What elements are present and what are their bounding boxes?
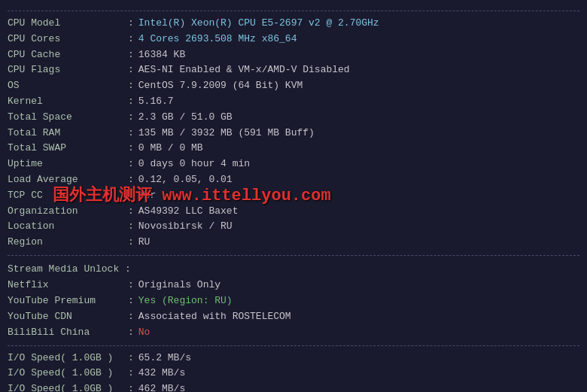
- cpu-model-label: CPU Model: [8, 16, 128, 32]
- netflix-label: Netflix: [8, 278, 128, 293]
- io3-row: I/O Speed( 1.0GB ) : 462 MB/s: [8, 381, 579, 392]
- uptime-label: Uptime: [8, 156, 128, 172]
- youtubecdn-value: Associated with ROSTELECOM: [138, 309, 291, 325]
- io1-label: I/O Speed( 1.0GB ): [8, 351, 128, 366]
- os-label: OS: [8, 78, 128, 94]
- cpu-model-row: CPU Model : Intel(R) Xeon(R) CPU E5-2697…: [8, 16, 579, 32]
- totalram-label: Total RAM: [8, 126, 128, 141]
- io2-label: I/O Speed( 1.0GB ): [8, 366, 128, 381]
- loadavg-label: Load Average: [8, 172, 128, 188]
- os-row: OS : CentOS 7.9.2009 (64 Bit) KVM: [8, 78, 579, 94]
- tcpcc-row: TCP CC : bbr: [8, 188, 579, 204]
- region-row: Region : RU: [8, 235, 579, 251]
- cpu-cache-row: CPU Cache : 16384 KB: [8, 47, 579, 63]
- io3-label: I/O Speed( 1.0GB ): [8, 381, 128, 392]
- cpu-cache-value: 16384 KB: [138, 47, 185, 63]
- cpu-flags-row: CPU Flags : AES-NI Enabled & VM-x/AMD-V …: [8, 62, 579, 78]
- cpu-model-value: Intel(R) Xeon(R) CPU E5-2697 v2 @ 2.70GH…: [138, 16, 379, 32]
- youtube-value: Yes (Region: RU): [138, 293, 233, 309]
- stream-header: Stream Media Unlock :: [8, 260, 131, 278]
- region-value: RU: [138, 235, 151, 251]
- io2-row: I/O Speed( 1.0GB ) : 432 MB/s: [8, 366, 579, 381]
- youtube-row: YouTube Premium : Yes (Region: RU): [8, 293, 579, 309]
- io1-row: I/O Speed( 1.0GB ) : 65.2 MB/s: [8, 351, 579, 366]
- kernel-row: Kernel : 5.16.7: [8, 94, 579, 110]
- uptime-value: 0 days 0 hour 4 min: [138, 156, 250, 172]
- totalspace-label: Total Space: [8, 110, 128, 126]
- org-row: Organization : AS49392 LLC Baxet: [8, 204, 579, 220]
- totalram-value: 135 MB / 3932 MB (591 MB Buff): [138, 126, 315, 141]
- divider-stream: [8, 255, 579, 256]
- totalram-row: Total RAM : 135 MB / 3932 MB (591 MB Buf…: [8, 126, 579, 141]
- location-row: Location : Novosibirsk / RU: [8, 219, 579, 235]
- totalswap-value: 0 MB / 0 MB: [138, 141, 203, 156]
- io1-value: 65.2 MB/s: [138, 351, 191, 366]
- cpu-cores-label: CPU Cores: [8, 32, 128, 47]
- divider-top: [8, 11, 579, 11]
- region-label: Region: [8, 235, 128, 251]
- netflix-row: Netflix : Originals Only: [8, 278, 579, 293]
- totalswap-row: Total SWAP : 0 MB / 0 MB: [8, 141, 579, 156]
- totalspace-value: 2.3 GB / 51.0 GB: [138, 110, 233, 126]
- cpu-flags-label: CPU Flags: [8, 62, 128, 78]
- cpu-cores-value: 4 Cores 2693.508 MHz x86_64: [138, 32, 297, 47]
- loadavg-value: 0.12, 0.05, 0.01: [138, 172, 233, 188]
- location-value: Novosibirsk / RU: [138, 219, 233, 235]
- youtubecdn-label: YouTube CDN: [8, 309, 128, 325]
- kernel-value: 5.16.7: [138, 94, 174, 110]
- tcpcc-value: bbr: [138, 188, 156, 204]
- io2-value: 432 MB/s: [138, 366, 185, 381]
- stream-header-row: Stream Media Unlock :: [8, 260, 579, 278]
- loadavg-row: Load Average : 0.12, 0.05, 0.01: [8, 172, 579, 188]
- kernel-label: Kernel: [8, 94, 128, 110]
- uptime-row: Uptime : 0 days 0 hour 4 min: [8, 156, 579, 172]
- os-value: CentOS 7.9.2009 (64 Bit) KVM: [138, 78, 303, 94]
- divider-io: [8, 345, 579, 346]
- cpu-cores-row: CPU Cores : 4 Cores 2693.508 MHz x86_64: [8, 32, 579, 47]
- bilibili-label: BiliBili China: [8, 325, 128, 341]
- tcpcc-label: TCP CC: [8, 188, 128, 204]
- location-label: Location: [8, 219, 128, 235]
- totalspace-row: Total Space : 2.3 GB / 51.0 GB: [8, 110, 579, 126]
- cpu-flags-value: AES-NI Enabled & VM-x/AMD-V Disabled: [138, 62, 350, 78]
- youtube-label: YouTube Premium: [8, 293, 128, 309]
- org-label: Organization: [8, 204, 128, 220]
- cpu-cache-label: CPU Cache: [8, 47, 128, 63]
- netflix-value: Originals Only: [138, 278, 221, 293]
- youtubecdn-row: YouTube CDN : Associated with ROSTELECOM: [8, 309, 579, 325]
- io3-value: 462 MB/s: [138, 381, 185, 392]
- bilibili-row: BiliBili China : No: [8, 325, 579, 341]
- org-value: AS49392 LLC Baxet: [138, 204, 239, 220]
- bilibili-value: No: [138, 325, 151, 341]
- totalswap-label: Total SWAP: [8, 141, 128, 156]
